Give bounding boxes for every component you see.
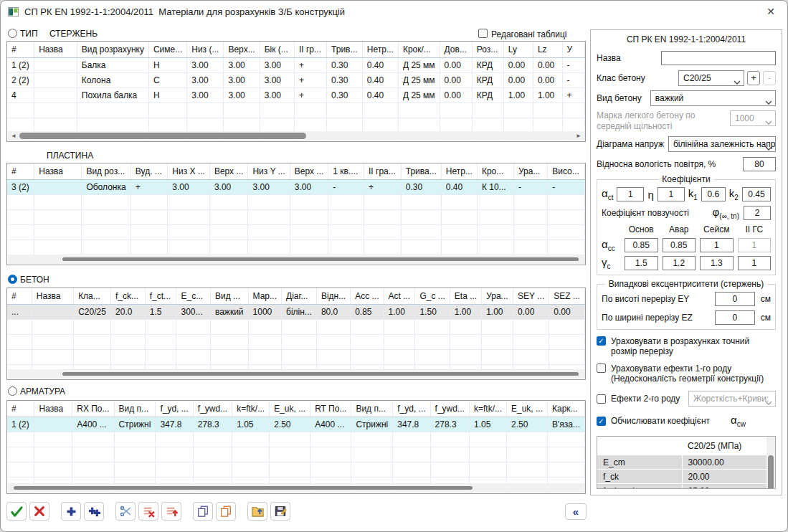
cancel-button[interactable] [29,502,49,521]
horizontal-scrollbar[interactable] [8,483,584,493]
horizontal-scrollbar[interactable]: ◄ ► [8,131,584,141]
horizontal-scrollbar[interactable] [8,255,584,264]
column-header: C20/25 (МПа) [682,437,775,455]
add-row-button[interactable] [61,502,81,521]
table-row[interactable]: 4Похила балкаН3.003.003.00+0.300.40Д 25 … [7,88,585,103]
ey-input[interactable] [715,292,755,306]
scrollbar-thumb[interactable] [768,455,774,489]
stress-diagram-select[interactable]: білінійна залежність напру: [668,136,776,152]
property-row[interactable]: f_ck_cube25.00 [597,484,775,490]
empty-row[interactable] [7,350,585,365]
empty-row[interactable] [7,225,585,240]
close-icon[interactable]: ✕ [761,6,780,17]
copy-button[interactable] [193,502,213,521]
k1-input[interactable] [701,187,726,201]
horizontal-scrollbar[interactable] [8,369,584,379]
empty-row[interactable] [7,447,585,462]
creep-coefficient-input[interactable] [744,206,771,220]
insert-row-button[interactable] [161,502,181,521]
radio-tip-label: ТИП [20,29,38,39]
table-cell: 3.00 [224,88,260,103]
light-concrete-grade-select[interactable]: 1000 [730,110,776,126]
column-header: SEZ ... [549,288,585,305]
table-cell: - [562,73,584,88]
empty-row[interactable] [7,380,585,381]
ez-label: По ширині перерізу EZ [602,313,693,323]
empty-row[interactable] [7,335,585,350]
remove-class-button[interactable]: - [763,71,776,85]
paste-button[interactable] [216,502,236,521]
cut-button[interactable] [115,502,136,521]
empty-row[interactable] [7,462,585,478]
column-header: II гра... [364,163,402,180]
table-cell: 300... [176,305,210,320]
table-row[interactable]: 3 (2)Оболонка+3.003.003.003.00-+0.300.40… [7,180,585,195]
empty-row[interactable] [7,195,585,210]
table-cell: 0.00 [533,73,562,88]
gamma-c-avar-input[interactable] [663,256,696,270]
empty-row[interactable] [7,210,585,225]
add-class-button[interactable]: + [747,71,760,85]
table-row[interactable]: 2 (2)КолонаС3.003.003.00+0.300.40Д 25 мм… [7,73,585,88]
humidity-input[interactable] [743,157,776,171]
collapse-panel-button[interactable]: « [565,503,587,520]
scrollbar-thumb[interactable] [62,257,579,261]
table-row[interactable]: 1 (2)БалкаН3.003.003.00+0.300.40Д 25 мм0… [7,58,585,73]
gamma-c-seism-input[interactable] [700,256,734,270]
concrete-class-select[interactable]: C20/25 [678,70,744,86]
editable-tables-checkbox[interactable] [478,29,488,38]
save-button[interactable] [270,502,290,521]
radio-beton[interactable] [8,275,17,284]
table-cell: КРД [472,73,503,88]
scroll-left-icon[interactable]: ◄ [9,132,18,141]
radio-armatura[interactable] [8,386,17,396]
table-row[interactable]: ...C20/2520.01.5300...важкий1000білін...… [7,305,585,320]
alpha-cc-seism-input[interactable] [700,238,734,252]
eta-input[interactable] [658,187,685,201]
light-concrete-grade-label: Марка легкого бетону по середній щільнос… [597,110,727,132]
scrollbar-thumb[interactable] [19,133,306,139]
first-order-effects-checkbox[interactable] [597,364,606,373]
second-order-effects-checkbox[interactable] [597,394,606,404]
import-button[interactable] [247,502,267,521]
alpha-cc-osnov-input[interactable] [625,238,658,252]
name-input[interactable] [661,51,776,65]
vertical-scrollbar[interactable] [766,437,775,488]
compute-alpha-cw-checkbox[interactable]: ✓ [597,417,606,426]
add-rows-button[interactable] [84,502,104,521]
property-row[interactable]: f_ck20.00 [597,470,775,484]
gamma-c-iigs-input[interactable] [738,256,772,270]
concrete-type-select[interactable]: важкий [650,90,776,106]
column-header: G_c ... [415,288,450,305]
empty-row[interactable] [7,103,585,118]
alpha-cc-iigs-input[interactable] [738,238,772,252]
scrollbar-thumb[interactable] [14,486,473,490]
empty-row[interactable] [7,320,585,335]
exact-size-checkbox[interactable]: ✓ [597,336,606,346]
column-header: Відн... [316,288,350,305]
table-cell: + [294,88,326,103]
column-header: f_ywd... [430,401,469,417]
ez-input[interactable] [715,310,755,325]
table-row[interactable]: 1 (2)А400 ...Стрижні347.8278.31.052.50А4… [7,417,585,432]
scroll-right-icon[interactable]: ► [574,132,583,141]
alpha-ct-input[interactable] [617,187,644,201]
name-label: Назва [597,53,621,63]
sterzhen-table: #НазваВид розрахункуСиме...Низ (...Верх.… [6,41,586,142]
table-cell: 3.00 [224,73,260,88]
delete-rows-button[interactable] [138,502,158,521]
scrollbar-thumb[interactable] [62,372,579,376]
empty-row[interactable] [7,432,585,447]
radio-tip[interactable] [8,29,17,38]
k2-input[interactable] [742,187,771,201]
empty-row[interactable] [7,240,585,255]
table-cell: 3.00 [187,58,224,73]
table-cell: 1.00 [450,305,481,320]
table-cell: 3.00 [187,73,224,88]
gamma-c-osnov-input[interactable] [625,256,658,270]
column-header: Назва [34,42,77,58]
alpha-cc-avar-input[interactable] [663,238,696,252]
apply-button[interactable] [6,502,27,521]
property-row[interactable]: E_cm30000.00 [597,455,775,470]
second-order-method-select[interactable]: Жорсткість+Криви: [688,391,776,407]
